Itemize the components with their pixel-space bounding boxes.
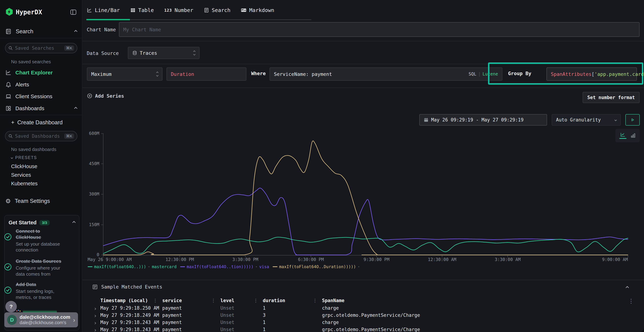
bar-view-toggle[interactable] [630, 133, 636, 138]
aggregation-value: Maximum [91, 71, 112, 77]
set-number-format-button[interactable]: Set number format [583, 92, 640, 103]
number-icon: 123 [164, 8, 172, 12]
column-header-level[interactable]: level ⋮ [220, 298, 263, 303]
table-row[interactable]: May 27 9:29:18.250 AMpaymentUnset1charge [92, 304, 629, 312]
x-tick-label: 6:30:00 PM [298, 257, 324, 262]
x-tick-label: 3:30:00 PM [232, 257, 258, 262]
checklist-item[interactable]: Connect to ClickHouse Set up your databa… [4, 228, 71, 253]
chevron-up-icon [74, 107, 77, 110]
legend-item[interactable]: maxIf(toFloat64O..tion)))))·visa [180, 264, 269, 269]
bar-chart-icon [630, 133, 636, 138]
table-icon [130, 8, 136, 13]
presets-toggle[interactable]: PRESETS [11, 155, 37, 160]
saved-dashboards-field[interactable] [15, 134, 62, 139]
saved-dashboards-input[interactable]: ⌘K [5, 131, 77, 141]
saved-searches-field[interactable] [15, 46, 62, 51]
table-cell: payment [162, 320, 220, 325]
team-settings-button[interactable]: ⚙ Team Settings [5, 198, 50, 204]
tab-line-bar[interactable]: Line/Bar [87, 7, 120, 13]
help-button[interactable]: ? [5, 301, 17, 312]
column-label: SpanName [322, 298, 344, 303]
chart-name-input[interactable] [119, 22, 640, 37]
chart-name-field[interactable] [123, 27, 635, 32]
x-tick-label: 3:30:00 AM [495, 257, 521, 262]
sidebar-item-chart-explorer[interactable]: Chart Explorer [5, 69, 77, 76]
checklist-item[interactable]: Add Data Start sending logs, metrics, or… [4, 282, 71, 300]
table-row[interactable]: May 27 9:29:18.243 AMpaymentUnset1grpc.o… [92, 326, 629, 332]
preset-services[interactable]: Services [11, 172, 31, 178]
column-grip-icon[interactable]: ⋮ [254, 298, 258, 303]
preset-kubernetes[interactable]: Kubernetes [11, 181, 38, 186]
table-row[interactable]: May 27 9:29:18.249 AMpaymentUnset3grpc.o… [92, 312, 629, 319]
column-grip-icon[interactable]: ⋮ [313, 298, 317, 303]
events-menu-icon[interactable]: ⋮ [628, 298, 634, 304]
x-tick-label: 12:30:00 AM [428, 257, 456, 262]
where-field[interactable] [274, 71, 466, 77]
legend-swatch [88, 266, 92, 267]
table-cell: payment [162, 312, 220, 318]
table-row[interactable]: May 27 9:29:18.243 AMpaymentUnset1charge [92, 319, 629, 326]
column-header-duration[interactable]: duration ⋮ [263, 298, 322, 303]
aggregation-select[interactable]: Maximum [87, 68, 162, 81]
sidebar-item-dashboards[interactable]: Dashboards [5, 104, 77, 112]
group-by-input[interactable]: SpanAttributes['app.payment.card_type'] [546, 68, 637, 81]
legend-group-value: mastercard [152, 264, 176, 269]
preset-clickhouse[interactable]: ClickHouse [11, 164, 38, 170]
chevron-up-icon[interactable] [72, 221, 76, 224]
sidebar-item-client-sessions[interactable]: Client Sessions [5, 92, 77, 100]
check-circle-icon [4, 228, 12, 253]
column-header-timestamp[interactable]: Timestamp (Local) ⋮ [100, 298, 162, 303]
data-source-select[interactable]: Traces [128, 47, 200, 59]
checklist-item[interactable]: Create Data Sources Configure where your… [4, 258, 71, 277]
chart-canvas[interactable] [101, 133, 630, 258]
tab-markdown[interactable]: Markdown [241, 7, 274, 13]
search-icon [8, 46, 13, 50]
events-collapse-button[interactable] [626, 286, 628, 290]
tab-label: Number [174, 7, 194, 13]
legend-item[interactable]: maxIf(toFloat64O..Duration)))))· [273, 264, 360, 269]
user-menu[interactable]: D dale@clickhouse.com dale@clickhouse.co… [4, 312, 78, 327]
date-range-picker[interactable]: May 26 09:29:19 - May 27 09:29:19 [419, 114, 547, 126]
dashboards-grid-icon [5, 105, 12, 112]
checklist-item-desc: Start sending logs, metrics, or traces [16, 288, 70, 300]
divider [82, 88, 644, 88]
column-header-service[interactable]: service ⋮ [162, 298, 220, 303]
legend-item[interactable]: maxIf(toFloat64O..)))·mastercard [88, 264, 176, 269]
row-expand-icon[interactable] [94, 322, 96, 324]
column-header-spanname[interactable]: SpanName [322, 298, 629, 303]
sidebar-collapse-icon[interactable] [70, 9, 76, 15]
chevron-down-icon [614, 119, 617, 121]
tab-table[interactable]: Table [130, 7, 154, 13]
row-expand-icon[interactable] [94, 315, 96, 317]
tab-search[interactable]: Search [204, 7, 230, 13]
sidebar-section-search[interactable]: Search [5, 28, 77, 35]
column-label: level [220, 298, 234, 303]
field-select[interactable]: Duration [166, 68, 246, 81]
lucene-option[interactable]: Lucene [482, 72, 498, 76]
add-series-button[interactable]: Add Series [87, 93, 124, 99]
granularity-select[interactable]: Auto Granularity [552, 114, 621, 126]
where-input[interactable]: SQL|Lucene [270, 68, 502, 81]
checklist-item-desc: Configure where your data comes from [16, 265, 70, 277]
team-settings-label: Team Settings [15, 198, 50, 204]
row-expand-icon[interactable] [94, 308, 96, 310]
legend-swatch [180, 266, 185, 267]
sidebar: HyperDX Search [0, 0, 82, 332]
sql-option[interactable]: SQL [468, 72, 476, 76]
tab-number[interactable]: 123 Number [164, 7, 194, 13]
table-cell: grpc.oteldemo.PaymentService/Charge [322, 327, 629, 332]
table-cell: Unset [220, 312, 263, 318]
markdown-icon [241, 8, 246, 13]
saved-searches-input[interactable]: ⌘K [5, 43, 77, 53]
legend-swatch [273, 266, 278, 267]
column-grip-icon[interactable]: ⋮ [153, 298, 158, 303]
sidebar-item-alerts[interactable]: Alerts [5, 81, 77, 88]
x-tick-label: 9:30:00 PM [364, 257, 390, 262]
query-language-toggle[interactable]: SQL|Lucene [468, 72, 498, 76]
column-grip-icon[interactable]: ⋮ [211, 298, 216, 303]
create-dashboard-button[interactable]: + Create Dashboard [11, 119, 62, 126]
no-saved-searches-note: No saved searches [11, 59, 51, 64]
row-expand-icon[interactable] [94, 329, 96, 332]
x-tick-label: 9:00:00 AM [602, 257, 628, 262]
run-query-button[interactable] [626, 114, 640, 126]
